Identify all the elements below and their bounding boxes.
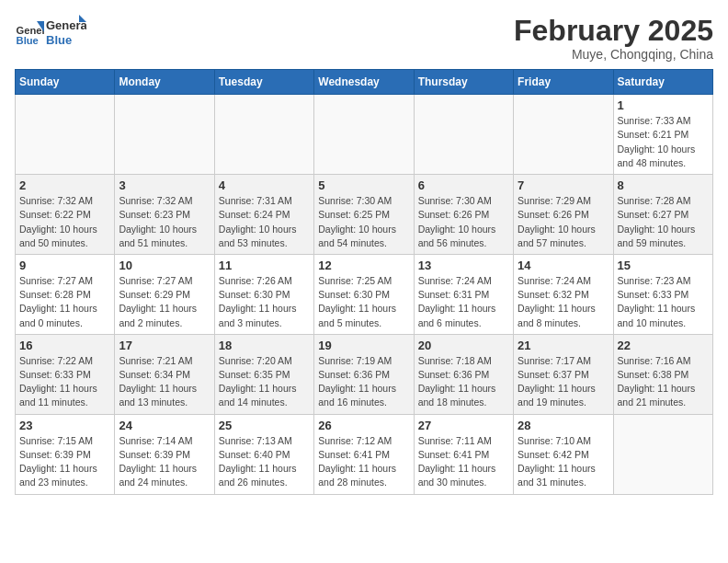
calendar-week-row: 23Sunrise: 7:15 AM Sunset: 6:39 PM Dayli…	[16, 414, 713, 494]
calendar-cell: 14Sunrise: 7:24 AM Sunset: 6:32 PM Dayli…	[514, 254, 613, 334]
calendar-cell	[214, 95, 313, 175]
calendar-cell: 7Sunrise: 7:29 AM Sunset: 6:26 PM Daylig…	[514, 175, 613, 255]
calendar-cell: 21Sunrise: 7:17 AM Sunset: 6:37 PM Dayli…	[514, 334, 613, 414]
day-info: Sunrise: 7:23 AM Sunset: 6:33 PM Dayligh…	[618, 274, 709, 330]
calendar-cell: 2Sunrise: 7:32 AM Sunset: 6:22 PM Daylig…	[16, 175, 115, 255]
calendar-cell: 25Sunrise: 7:13 AM Sunset: 6:40 PM Dayli…	[214, 414, 313, 494]
calendar-cell	[16, 95, 115, 175]
calendar-week-row: 1Sunrise: 7:33 AM Sunset: 6:21 PM Daylig…	[16, 95, 713, 175]
calendar-cell: 12Sunrise: 7:25 AM Sunset: 6:30 PM Dayli…	[314, 254, 414, 334]
day-info: Sunrise: 7:16 AM Sunset: 6:38 PM Dayligh…	[618, 354, 709, 410]
day-number: 4	[219, 178, 310, 192]
day-number: 5	[318, 178, 409, 192]
day-info: Sunrise: 7:24 AM Sunset: 6:32 PM Dayligh…	[518, 274, 609, 330]
day-number: 28	[518, 419, 609, 432]
day-number: 13	[418, 259, 509, 272]
day-number: 21	[518, 339, 609, 352]
day-number: 7	[518, 178, 609, 192]
weekday-header-thursday: Thursday	[414, 70, 513, 95]
day-info: Sunrise: 7:12 AM Sunset: 6:41 PM Dayligh…	[318, 434, 409, 490]
calendar-cell	[613, 414, 712, 494]
calendar-cell: 27Sunrise: 7:11 AM Sunset: 6:41 PM Dayli…	[414, 414, 513, 494]
calendar-table: SundayMondayTuesdayWednesdayThursdayFrid…	[15, 69, 713, 494]
day-number: 8	[618, 178, 709, 192]
title-block: February 2025 Muye, Chongqing, China	[514, 15, 713, 62]
calendar-cell: 1Sunrise: 7:33 AM Sunset: 6:21 PM Daylig…	[613, 95, 712, 175]
calendar-cell: 11Sunrise: 7:26 AM Sunset: 6:30 PM Dayli…	[214, 254, 313, 334]
day-info: Sunrise: 7:19 AM Sunset: 6:36 PM Dayligh…	[318, 354, 409, 410]
day-number: 18	[219, 339, 310, 352]
day-info: Sunrise: 7:22 AM Sunset: 6:33 PM Dayligh…	[19, 354, 110, 410]
calendar-cell: 28Sunrise: 7:10 AM Sunset: 6:42 PM Dayli…	[514, 414, 613, 494]
logo-icon: General Blue	[15, 17, 44, 47]
logo: General Blue General Blue	[15, 15, 86, 50]
weekday-header-monday: Monday	[115, 70, 214, 95]
day-number: 12	[318, 259, 409, 272]
calendar-cell: 18Sunrise: 7:20 AM Sunset: 6:35 PM Dayli…	[214, 334, 313, 414]
day-number: 1	[618, 98, 709, 112]
day-number: 11	[219, 259, 310, 272]
calendar-week-row: 16Sunrise: 7:22 AM Sunset: 6:33 PM Dayli…	[16, 334, 713, 414]
day-number: 16	[19, 339, 110, 352]
calendar-cell	[414, 95, 513, 175]
calendar-cell: 3Sunrise: 7:32 AM Sunset: 6:23 PM Daylig…	[115, 175, 214, 255]
calendar-cell: 5Sunrise: 7:30 AM Sunset: 6:25 PM Daylig…	[314, 175, 414, 255]
day-number: 26	[318, 419, 409, 432]
calendar-cell: 4Sunrise: 7:31 AM Sunset: 6:24 PM Daylig…	[214, 175, 313, 255]
svg-text:Blue: Blue	[46, 33, 72, 47]
day-info: Sunrise: 7:32 AM Sunset: 6:23 PM Dayligh…	[119, 194, 210, 250]
day-info: Sunrise: 7:33 AM Sunset: 6:21 PM Dayligh…	[618, 114, 709, 170]
day-number: 25	[219, 419, 310, 432]
calendar-cell: 17Sunrise: 7:21 AM Sunset: 6:34 PM Dayli…	[115, 334, 214, 414]
day-info: Sunrise: 7:28 AM Sunset: 6:27 PM Dayligh…	[618, 194, 709, 250]
day-number: 10	[119, 259, 210, 272]
location: Muye, Chongqing, China	[514, 47, 713, 62]
calendar-cell	[514, 95, 613, 175]
day-info: Sunrise: 7:27 AM Sunset: 6:28 PM Dayligh…	[19, 274, 110, 330]
svg-text:General: General	[17, 25, 44, 36]
calendar-cell	[314, 95, 414, 175]
day-number: 23	[19, 419, 110, 432]
calendar-cell: 15Sunrise: 7:23 AM Sunset: 6:33 PM Dayli…	[613, 254, 712, 334]
calendar-cell	[115, 95, 214, 175]
day-info: Sunrise: 7:21 AM Sunset: 6:34 PM Dayligh…	[119, 354, 210, 410]
calendar-cell: 26Sunrise: 7:12 AM Sunset: 6:41 PM Dayli…	[314, 414, 414, 494]
day-info: Sunrise: 7:29 AM Sunset: 6:26 PM Dayligh…	[518, 194, 609, 250]
day-number: 24	[119, 419, 210, 432]
weekday-header-wednesday: Wednesday	[314, 70, 414, 95]
calendar-cell: 24Sunrise: 7:14 AM Sunset: 6:39 PM Dayli…	[115, 414, 214, 494]
svg-text:Blue: Blue	[17, 35, 39, 46]
day-info: Sunrise: 7:15 AM Sunset: 6:39 PM Dayligh…	[19, 434, 110, 490]
calendar-cell: 16Sunrise: 7:22 AM Sunset: 6:33 PM Dayli…	[16, 334, 115, 414]
day-info: Sunrise: 7:17 AM Sunset: 6:37 PM Dayligh…	[518, 354, 609, 410]
calendar-cell: 6Sunrise: 7:30 AM Sunset: 6:26 PM Daylig…	[414, 175, 513, 255]
day-info: Sunrise: 7:11 AM Sunset: 6:41 PM Dayligh…	[418, 434, 509, 490]
month-title: February 2025	[514, 15, 713, 47]
weekday-header-tuesday: Tuesday	[214, 70, 313, 95]
day-info: Sunrise: 7:27 AM Sunset: 6:29 PM Dayligh…	[119, 274, 210, 330]
calendar-week-row: 9Sunrise: 7:27 AM Sunset: 6:28 PM Daylig…	[16, 254, 713, 334]
day-number: 9	[19, 259, 110, 272]
calendar-week-row: 2Sunrise: 7:32 AM Sunset: 6:22 PM Daylig…	[16, 175, 713, 255]
day-info: Sunrise: 7:26 AM Sunset: 6:30 PM Dayligh…	[219, 274, 310, 330]
calendar-cell: 22Sunrise: 7:16 AM Sunset: 6:38 PM Dayli…	[613, 334, 712, 414]
day-number: 6	[418, 178, 509, 192]
calendar-cell: 9Sunrise: 7:27 AM Sunset: 6:28 PM Daylig…	[16, 254, 115, 334]
day-info: Sunrise: 7:30 AM Sunset: 6:26 PM Dayligh…	[418, 194, 509, 250]
day-number: 3	[119, 178, 210, 192]
weekday-header-friday: Friday	[514, 70, 613, 95]
day-info: Sunrise: 7:30 AM Sunset: 6:25 PM Dayligh…	[318, 194, 409, 250]
day-info: Sunrise: 7:25 AM Sunset: 6:30 PM Dayligh…	[318, 274, 409, 330]
day-number: 15	[618, 259, 709, 272]
weekday-header-row: SundayMondayTuesdayWednesdayThursdayFrid…	[16, 70, 713, 95]
calendar-cell: 13Sunrise: 7:24 AM Sunset: 6:31 PM Dayli…	[414, 254, 513, 334]
day-number: 19	[318, 339, 409, 352]
calendar-cell: 10Sunrise: 7:27 AM Sunset: 6:29 PM Dayli…	[115, 254, 214, 334]
day-number: 2	[19, 178, 110, 192]
day-number: 22	[618, 339, 709, 352]
logo-bird-icon: General Blue	[46, 15, 86, 50]
day-number: 27	[418, 419, 509, 432]
day-number: 20	[418, 339, 509, 352]
day-info: Sunrise: 7:20 AM Sunset: 6:35 PM Dayligh…	[219, 354, 310, 410]
calendar-cell: 20Sunrise: 7:18 AM Sunset: 6:36 PM Dayli…	[414, 334, 513, 414]
